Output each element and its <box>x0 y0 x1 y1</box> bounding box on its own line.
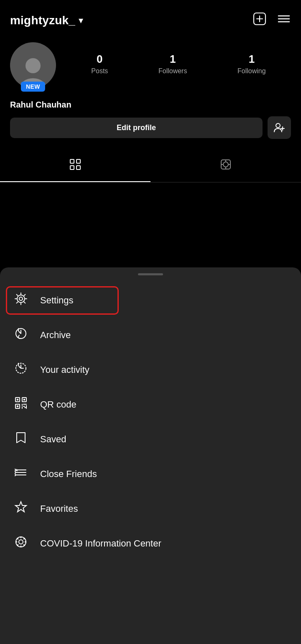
svg-rect-11 <box>70 159 74 163</box>
svg-line-48 <box>18 539 18 539</box>
svg-rect-12 <box>77 159 80 163</box>
svg-point-8 <box>276 123 280 128</box>
saved-label: Saved <box>40 434 66 445</box>
svg-rect-28 <box>17 399 18 400</box>
profile-name: Rahul Chauhan <box>0 88 301 116</box>
svg-point-22 <box>17 295 25 303</box>
following-count: 1 <box>249 53 255 66</box>
followers-count: 1 <box>170 53 176 66</box>
saved-icon <box>13 431 28 447</box>
qr-code-label: QR code <box>40 399 77 410</box>
menu-item-saved[interactable]: Saved <box>0 422 301 457</box>
close-friends-label: Close Friends <box>40 469 97 480</box>
header-right <box>253 12 291 29</box>
avatar-container: NEW <box>10 42 56 88</box>
settings-label: Settings <box>40 295 74 306</box>
svg-point-16 <box>223 162 228 167</box>
sheet-handle <box>138 273 163 275</box>
tab-tagged[interactable] <box>150 151 301 182</box>
add-person-button[interactable] <box>268 116 291 139</box>
menu-item-close-friends[interactable]: Close Friends <box>0 457 301 491</box>
tab-grid[interactable] <box>0 151 150 182</box>
svg-point-43 <box>19 540 23 544</box>
tagged-icon <box>219 158 232 174</box>
grid-icon <box>69 158 82 174</box>
profile-section: NEW 0 Posts 1 Followers 1 Following <box>0 36 301 88</box>
menu-item-favorites[interactable]: Favorites <box>0 491 301 526</box>
svg-line-51 <box>18 545 18 546</box>
svg-point-21 <box>19 297 23 300</box>
svg-rect-13 <box>70 166 74 169</box>
stats-container: 0 Posts 1 Followers 1 Following <box>66 53 291 78</box>
tabs-section <box>0 151 301 182</box>
header-left: mightyzuk_ ▾ <box>10 14 83 27</box>
posts-label: Posts <box>91 67 108 75</box>
new-badge: NEW <box>21 82 45 92</box>
followers-label: Followers <box>158 67 187 75</box>
activity-icon <box>13 362 28 378</box>
favorites-label: Favorites <box>40 503 78 514</box>
close-friends-icon <box>13 466 28 482</box>
menu-item-settings[interactable]: Settings <box>0 283 301 318</box>
username-dropdown-icon[interactable]: ▾ <box>79 15 83 26</box>
qr-code-icon <box>13 396 28 413</box>
favorites-icon <box>13 500 28 517</box>
header: mightyzuk_ ▾ <box>0 0 301 36</box>
stat-posts[interactable]: 0 Posts <box>91 53 108 75</box>
edit-profile-button[interactable]: Edit profile <box>10 118 263 138</box>
username-label[interactable]: mightyzuk_ <box>10 14 75 27</box>
svg-rect-29 <box>23 399 25 400</box>
svg-rect-30 <box>17 405 18 407</box>
archive-icon <box>13 327 28 343</box>
hamburger-menu-icon[interactable] <box>277 12 291 29</box>
action-buttons: Edit profile <box>0 116 301 147</box>
archive-label: Archive <box>40 330 71 341</box>
activity-label: Your activity <box>40 364 89 375</box>
svg-marker-41 <box>15 502 26 512</box>
settings-icon <box>13 292 28 308</box>
stat-following[interactable]: 1 Following <box>237 53 266 75</box>
menu-item-qr-code[interactable]: QR code <box>0 387 301 422</box>
menu-item-archive[interactable]: Archive <box>0 318 301 352</box>
new-post-icon[interactable] <box>253 12 267 29</box>
bottom-sheet: Settings Archive Your activity <box>0 267 301 644</box>
stat-followers[interactable]: 1 Followers <box>158 53 187 75</box>
following-label: Following <box>237 67 266 75</box>
menu-item-covid[interactable]: COVID-19 Information Center <box>0 526 301 561</box>
covid-icon <box>13 535 28 552</box>
svg-rect-14 <box>77 166 80 169</box>
posts-count: 0 <box>97 53 102 66</box>
svg-point-6 <box>26 58 41 73</box>
covid-label: COVID-19 Information Center <box>40 538 161 549</box>
svg-line-49 <box>24 545 25 546</box>
menu-item-your-activity[interactable]: Your activity <box>0 352 301 387</box>
svg-line-50 <box>24 539 25 539</box>
